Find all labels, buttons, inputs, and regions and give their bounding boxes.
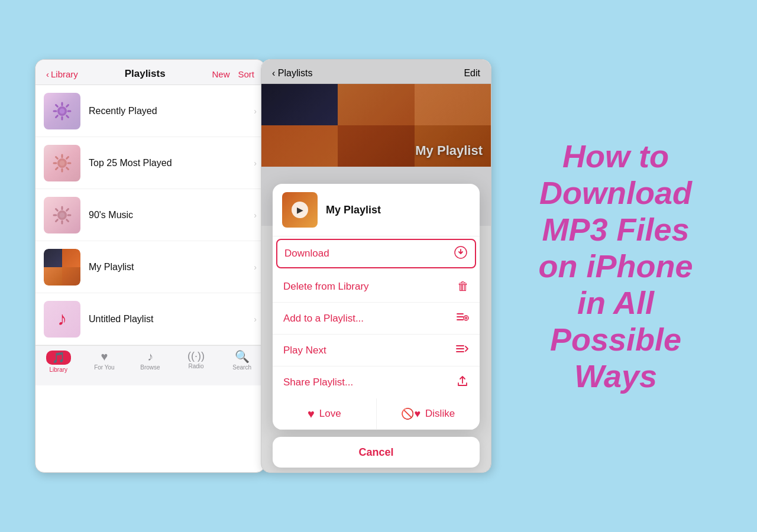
dislike-label: Dislike [425,408,455,420]
headline-line4: on iPhone [539,248,693,284]
left-phone: ‹ Library Playlists New Sort [35,59,266,473]
my-playlist-thumb [44,249,80,286]
left-nav-bar: ‹ Library Playlists New Sort [35,60,265,85]
library-tab-icon: 🎵 [52,352,65,363]
chevron-right-icon: › [254,210,257,220]
context-menu-overlay: ▶ My Playlist Download [261,60,491,472]
tab-browse[interactable]: ♪ Browse [127,351,173,371]
cancel-button[interactable]: Cancel [273,437,480,468]
mosaic-icon [44,249,80,286]
gear-icon [44,93,80,129]
cancel-button-wrap: Cancel [273,437,480,468]
nav-right-buttons: New Sort [212,69,254,79]
list-item[interactable]: ♪ Untitled Playlist › [35,293,265,345]
tab-bar: 🎵 Library ♥ For You ♪ Browse ((·)) Radio [35,345,265,385]
trash-icon: 🗑 [457,280,469,293]
recently-played-label: Recently Played [89,106,254,116]
browse-tab-label: Browse [140,364,160,371]
for-you-tab-label: For You [94,364,114,371]
list-item[interactable]: 90's Music › [35,189,265,241]
playlists-title: Playlists [125,68,166,80]
dislike-icon: 🚫♥ [401,407,420,420]
share-playlist-label: Share Playlist... [283,377,353,388]
svg-point-5 [60,212,65,218]
dislike-button[interactable]: 🚫♥ Dislike [377,398,480,429]
playlist-list: Recently Played › Top 25 [35,85,265,345]
add-playlist-menu-item[interactable]: Add to a Playlist... [273,303,480,335]
right-phone: ‹ Playlists Edit [261,59,491,473]
for-you-tab-icon: ♥ [101,351,108,362]
recently-played-thumb [44,93,80,129]
love-button[interactable]: ♥ Love [273,398,377,429]
add-playlist-icon [455,310,469,327]
heart-icon: ♥ [308,407,315,421]
chevron-right-icon: › [254,262,257,272]
list-item[interactable]: Recently Played › [35,85,265,137]
tab-search[interactable]: 🔍 Search [219,351,265,371]
svg-point-3 [60,160,65,166]
new-button[interactable]: New [212,69,229,79]
download-icon [454,245,468,262]
browse-tab-icon: ♪ [147,351,153,362]
headline-area: How to Download MP3 Files on iPhone in A… [491,126,740,407]
radio-tab-label: Radio [189,363,204,369]
play-next-menu-item[interactable]: Play Next [273,335,480,366]
list-item[interactable]: My Playlist › [35,241,265,293]
menu-header: ▶ My Playlist [273,184,480,236]
download-label: Download [284,248,329,259]
headline-line3: MP3 Files [542,212,689,247]
gear-icon [44,145,80,181]
music-note-icon: ♪ [57,308,67,330]
90s-label: 90's Music [89,210,254,220]
library-tab-label: Library [50,366,68,373]
90s-thumb [44,197,80,233]
chevron-left-icon: ‹ [46,69,49,79]
untitled-playlist-thumb: ♪ [44,301,80,338]
headline-line5: in All [577,285,654,320]
top25-label: Top 25 Most Played [89,158,254,168]
tab-library[interactable]: 🎵 Library [35,351,82,373]
add-playlist-label: Add to a Playlist... [283,313,364,325]
headline-line2: Download [539,175,692,210]
headline-line1: How to [562,138,669,174]
main-container: ‹ Library Playlists New Sort [0,0,757,532]
library-back-label: Library [51,69,78,79]
top25-thumb [44,145,80,181]
love-dislike-row: ♥ Love 🚫♥ Dislike [273,398,480,430]
radio-tab-icon: ((·)) [187,351,205,361]
delete-library-menu-item[interactable]: Delete from Library 🗑 [273,271,480,303]
share-playlist-menu-item[interactable]: Share Playlist... [273,366,480,398]
delete-library-label: Delete from Library [283,281,369,293]
sort-button[interactable]: Sort [238,69,254,79]
play-next-icon [455,342,469,359]
headline-line7: Ways [574,358,657,394]
library-back-button[interactable]: ‹ Library [46,69,78,79]
play-button-icon: ▶ [292,202,308,218]
chevron-right-icon: › [254,106,257,116]
svg-point-1 [60,108,65,113]
download-menu-item[interactable]: Download [276,239,476,268]
chevron-right-icon: › [254,158,257,168]
headline-line6: Possible [550,322,681,357]
menu-playlist-name: My Playlist [326,204,381,216]
share-icon [456,375,469,391]
list-item[interactable]: Top 25 Most Played › [35,137,265,189]
headline-text: How to Download MP3 Files on iPhone in A… [539,138,693,395]
play-next-label: Play Next [283,345,326,356]
menu-playlist-thumb: ▶ [282,192,318,228]
my-playlist-label: My Playlist [89,262,254,273]
tab-for-you[interactable]: ♥ For You [82,351,128,371]
chevron-right-icon: › [254,314,257,324]
search-tab-icon: 🔍 [235,351,250,362]
gear-icon [44,197,80,233]
phones-area: ‹ Library Playlists New Sort [35,59,491,473]
search-tab-label: Search [232,364,251,371]
context-menu: ▶ My Playlist Download [273,184,480,430]
tab-radio[interactable]: ((·)) Radio [173,351,219,369]
untitled-playlist-label: Untitled Playlist [89,314,254,325]
love-label: Love [319,408,341,420]
